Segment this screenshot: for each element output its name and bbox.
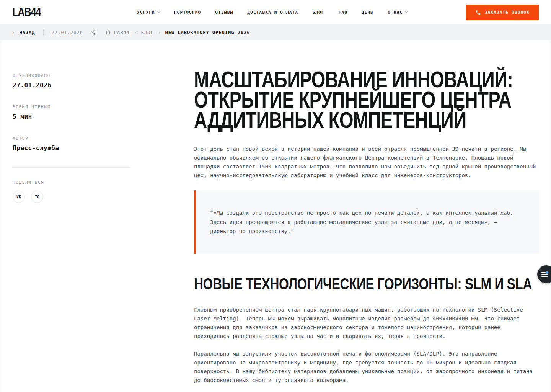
nav-item-reviews[interactable]: ОТЗЫВЫ: [215, 10, 233, 15]
article-intro-paragraph: Этот день стал новой вехой в истории наш…: [194, 145, 538, 180]
nav-item-label: ОТЗЫВЫ: [215, 10, 233, 15]
quote-block: “«Мы создали это пространство не просто …: [194, 190, 539, 254]
nav-item-services[interactable]: УСЛУГИ: [137, 10, 160, 15]
nav-item-label: ПОРТФОЛИО: [174, 10, 201, 15]
article-title: МАСШТАБИРОВАНИЕ ИННОВАЦИЙ: ОТКРЫТИЕ КРУП…: [194, 69, 551, 130]
article-date: 27.01.2026: [52, 30, 83, 35]
nav-item-blog[interactable]: БЛОГ: [312, 10, 324, 15]
list-icon: [541, 272, 548, 277]
nav-item-delivery[interactable]: ДОСТАВКА И ОПЛАТА: [247, 10, 298, 15]
divider: [43, 29, 44, 35]
back-label: НАЗАД: [19, 30, 35, 35]
back-arrow-icon: ←: [12, 30, 16, 35]
share-tg-button[interactable]: TG: [31, 191, 43, 203]
share-buttons: VK TG: [13, 191, 130, 203]
nav-item-faq[interactable]: FAQ: [339, 10, 347, 15]
nav-item-label: О НАС: [388, 10, 403, 15]
divider: [13, 167, 130, 168]
published-label: ОПУБЛИКОВАНО: [13, 73, 130, 78]
back-button[interactable]: ← НАЗАД: [12, 30, 35, 35]
article-paragraph: Параллельно мы запустили участок высокот…: [194, 350, 538, 385]
nav-item-label: УСЛУГИ: [137, 10, 155, 15]
nav-item-prices[interactable]: ЦЕНЫ: [362, 10, 373, 15]
share-vk-button[interactable]: VK: [13, 191, 25, 203]
section-heading: НОВЫЕ ТЕХНОЛОГИЧЕСКИЕ ГОРИЗОНТЫ: SLM И S…: [194, 275, 551, 293]
nav-item-label: ЦЕНЫ: [362, 10, 373, 15]
article-page: ОПУБЛИКОВАНО 27.01.2026 ВРЕМЯ ЧТЕНИЯ 5 м…: [0, 40, 551, 392]
published-value: 27.01.2026: [13, 82, 130, 89]
chevron-down-icon: [157, 10, 160, 13]
notification-dot: [546, 271, 548, 274]
share-icon[interactable]: [90, 29, 96, 35]
nav-item-label: FAQ: [339, 10, 347, 15]
reading-time-value: 5 мин: [13, 113, 130, 120]
chevron-down-icon: [405, 10, 408, 13]
breadcrumb-bar: ← НАЗАД 27.01.2026 LAB44 › БЛОГ › NEW LA…: [0, 24, 551, 40]
nav-item-label: БЛОГ: [312, 10, 324, 15]
main-nav: УСЛУГИ ПОРТФОЛИО ОТЗЫВЫ ДОСТАВКА И ОПЛАТ…: [137, 0, 408, 24]
breadcrumb-current: NEW LABORATORY OPENING 2026: [165, 30, 250, 35]
breadcrumb-blog[interactable]: БЛОГ: [141, 30, 154, 35]
order-call-label: ЗАКАЗАТЬ ЗВОНОК: [485, 10, 530, 15]
logo[interactable]: LAB44: [12, 5, 41, 19]
breadcrumb-home[interactable]: LAB44: [105, 29, 130, 35]
share-label: ПОДЕЛИТЬСЯ: [13, 180, 130, 185]
site-header: LAB44 УСЛУГИ ПОРТФОЛИО ОТЗЫВЫ ДОСТАВКА И…: [0, 0, 551, 24]
order-call-button[interactable]: ЗАКАЗАТЬ ЗВОНОК: [466, 5, 539, 20]
author-value: Пресс-служба: [13, 144, 130, 152]
breadcrumb-separator: ›: [158, 29, 161, 35]
author-label: АВТОР: [13, 136, 130, 141]
article-paragraph: Главным приобретением центра стал парк к…: [194, 305, 538, 341]
article-body: МАСШТАБИРОВАНИЕ ИННОВАЦИЙ: ОТКРЫТИЕ КРУП…: [194, 40, 539, 385]
article-meta-sidebar: ОПУБЛИКОВАНО 27.01.2026 ВРЕМЯ ЧТЕНИЯ 5 м…: [13, 73, 130, 203]
reading-time-label: ВРЕМЯ ЧТЕНИЯ: [13, 105, 130, 109]
home-icon: [105, 29, 111, 35]
quote-text: “«Мы создали это пространство не просто …: [210, 208, 524, 236]
nav-item-about[interactable]: О НАС: [388, 10, 408, 15]
nav-item-label: ДОСТАВКА И ОПЛАТА: [247, 10, 298, 15]
nav-item-portfolio[interactable]: ПОРТФОЛИО: [174, 10, 201, 15]
phone-icon: [475, 10, 481, 15]
breadcrumb-separator: ›: [134, 29, 137, 35]
breadcrumb-root: LAB44: [114, 30, 130, 35]
